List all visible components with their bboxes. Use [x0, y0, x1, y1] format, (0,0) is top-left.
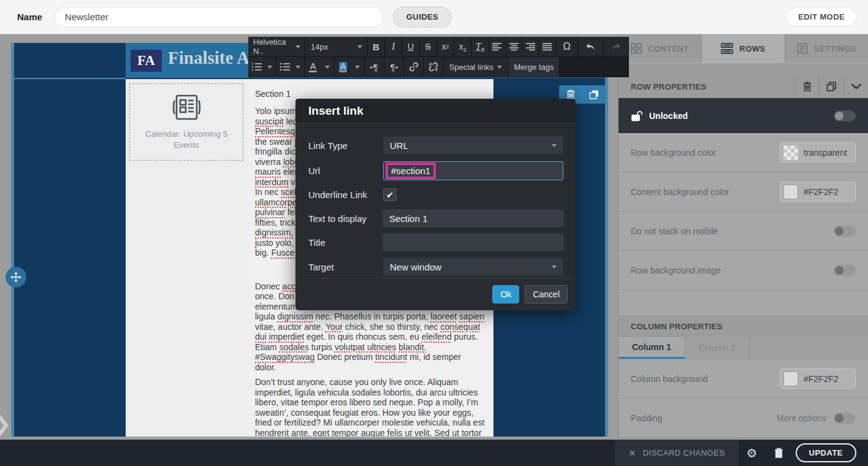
calendar-widget-placeholder[interactable]: Calendar: Upcoming 5 Events	[129, 83, 243, 161]
font-size-dropdown[interactable]: 14px	[305, 37, 367, 56]
merge-tags-button[interactable]: Merge tags	[509, 57, 559, 77]
underline-link-label: Underline Link	[308, 189, 383, 200]
rich-text-toolbar: Helvetica N.. 14px B I U S x2 x2 Tx	[248, 37, 629, 77]
strikethrough-button[interactable]: S	[420, 37, 436, 56]
newsletter-name-input[interactable]	[55, 7, 384, 28]
tab-settings[interactable]: SETTINGS	[785, 34, 868, 63]
trash-icon	[774, 447, 784, 459]
text-color-dropdown[interactable]: A	[305, 57, 334, 77]
content-background-color-button[interactable]: #F2F2F2	[780, 181, 856, 202]
special-character-button[interactable]: Ω	[556, 37, 577, 56]
insert-link-button[interactable]	[404, 57, 423, 77]
toolbar-filler	[560, 57, 629, 77]
url-row: Url #section1	[308, 161, 563, 180]
bold-button[interactable]: B	[368, 37, 384, 56]
delete-button[interactable]	[774, 447, 784, 459]
column-background-button[interactable]: #F2F2F2	[780, 369, 856, 389]
url-input[interactable]: #section1	[383, 161, 563, 180]
row-background-image-row: Row background image	[619, 251, 868, 290]
remove-link-button[interactable]	[424, 57, 443, 77]
target-select[interactable]: New window	[383, 258, 563, 276]
text-to-display-input[interactable]: Section 1	[383, 210, 563, 227]
text-color-icon: A	[309, 62, 317, 72]
column-tabs: Column 1 Column 2	[619, 337, 868, 359]
title-input[interactable]	[383, 234, 563, 251]
target-label: Target	[308, 262, 383, 272]
text-line: fried or fertilized? Mi ullamcorper mole…	[255, 418, 486, 428]
guides-button[interactable]: GUIDES	[393, 7, 452, 28]
panel-expand-chevron[interactable]	[0, 413, 9, 438]
align-justify-icon	[542, 43, 552, 51]
trash-icon	[802, 81, 812, 92]
paragraph-ltr-button[interactable]: ▸¶	[365, 57, 384, 77]
tab-content[interactable]: CONTENT	[619, 34, 702, 63]
chevron-down-icon	[851, 83, 862, 90]
align-left-button[interactable]	[489, 37, 505, 56]
ordered-list-dropdown[interactable]	[248, 57, 276, 77]
collapse-panel-button[interactable]	[843, 75, 868, 97]
align-center-button[interactable]	[506, 37, 522, 56]
gear-icon: ⚙	[747, 446, 758, 460]
duplicate-icon	[589, 90, 600, 100]
subscript-button[interactable]: x2	[454, 37, 471, 56]
bullet-list-dropdown[interactable]	[276, 57, 304, 77]
update-button[interactable]: UPDATE	[796, 443, 856, 462]
chevron-down-icon	[267, 66, 272, 69]
paragraph-rtl-button[interactable]: ¶◂	[384, 57, 403, 77]
title-label: Title	[308, 237, 383, 248]
newsletter-column-1[interactable]: Calendar: Upcoming 5 Events	[126, 79, 248, 437]
background-color-dropdown[interactable]: A	[335, 57, 364, 77]
font-family-dropdown[interactable]: Helvetica N..	[248, 37, 304, 56]
redo-button[interactable]	[603, 37, 628, 56]
chevron-down-icon	[497, 66, 502, 69]
discard-changes-button[interactable]: ✕ DISCARD CHANGES	[615, 440, 738, 466]
unlink-icon	[428, 62, 438, 72]
align-right-button[interactable]	[522, 37, 538, 56]
text-line: sweatin’, consequat feugiat eros. How yo…	[255, 408, 486, 418]
edit-mode-button[interactable]: EDIT MODE	[786, 7, 857, 26]
clear-format-button[interactable]: Tx	[471, 37, 488, 56]
align-left-icon	[492, 43, 501, 51]
more-options-label: More options	[777, 413, 826, 423]
right-sidebar: CONTENT ROWS SETTINGS ROW PROPERTIES	[618, 34, 868, 440]
ordered-list-icon	[252, 63, 262, 71]
italic-button[interactable]: I	[385, 37, 402, 56]
modal-header: Insert link	[295, 99, 576, 124]
special-links-dropdown[interactable]: Special links	[443, 57, 508, 77]
url-value-highlight: #section1	[386, 162, 436, 179]
duplicate-row-button[interactable]	[582, 85, 606, 104]
cancel-button[interactable]: Cancel	[525, 285, 568, 304]
calendar-widget-label: Calendar: Upcoming 5 Events	[137, 129, 235, 151]
row-properties-header: ROW PROPERTIES	[619, 75, 868, 98]
underline-link-checkbox[interactable]: ✔	[383, 188, 397, 201]
underline-button[interactable]: U	[402, 37, 419, 56]
do-not-stack-toggle[interactable]	[834, 226, 856, 237]
row-background-color-button[interactable]: transparent	[780, 142, 856, 162]
modal-title: Insert link	[308, 104, 364, 118]
padding-row: Padding More options	[619, 399, 868, 438]
tab-column-1[interactable]: Column 1	[619, 337, 685, 359]
row-drag-handle[interactable]	[6, 267, 26, 288]
delete-row-panel-button[interactable]	[794, 75, 819, 97]
row-selection-top-edge	[11, 78, 126, 79]
undo-button[interactable]	[578, 37, 603, 56]
ok-button[interactable]: Ok	[492, 285, 519, 304]
duplicate-icon	[826, 82, 837, 92]
duplicate-row-panel-button[interactable]	[819, 75, 843, 97]
title-row: Title	[308, 234, 563, 251]
align-right-icon	[526, 43, 535, 51]
tab-column-2[interactable]: Column 2	[685, 337, 750, 359]
link-type-select[interactable]: URL	[383, 136, 563, 155]
superscript-button[interactable]: x2	[437, 37, 454, 56]
row-background-image-toggle[interactable]	[834, 265, 856, 276]
app-root: Name GUIDES EDIT MODE FA Finalsite Ac	[0, 0, 868, 466]
lock-toggle[interactable]	[834, 110, 856, 121]
align-justify-button[interactable]	[539, 37, 555, 56]
chevron-down-icon	[552, 265, 557, 269]
tab-rows[interactable]: ROWS	[702, 34, 785, 63]
fa-logo: FA	[131, 50, 162, 72]
settings-gear-button[interactable]: ⚙	[747, 446, 758, 460]
brand-name: Finalsite Ac	[168, 48, 257, 68]
target-row: Target New window	[308, 258, 563, 276]
padding-more-options-toggle[interactable]	[834, 413, 856, 424]
